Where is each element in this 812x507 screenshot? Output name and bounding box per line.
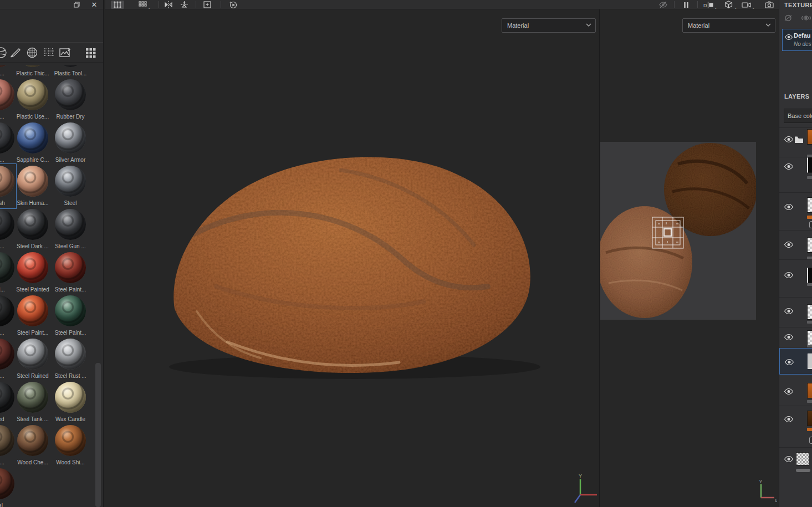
material-item[interactable]: ined: [0, 382, 14, 423]
material-item[interactable]: Steel Paint...: [55, 252, 86, 293]
layer-thumbnail[interactable]: [807, 330, 812, 346]
link-sets-icon[interactable]: [784, 14, 793, 22]
layer-visibility-eye-icon[interactable]: [784, 358, 794, 365]
symmetry-settings-icon[interactable]: [111, 1, 124, 9]
material-sphere[interactable]: [17, 122, 48, 153]
material-item[interactable]: Steel Paint...: [55, 295, 86, 336]
material-sphere[interactable]: [17, 382, 48, 413]
layer-row-folder[interactable]: [779, 127, 812, 157]
material-item[interactable]: Steel Paint...: [17, 295, 48, 336]
material-item[interactable]: Steel Dark ...: [17, 209, 48, 250]
material-sphere[interactable]: [0, 339, 14, 370]
material-sphere[interactable]: [17, 166, 48, 197]
layer-row[interactable]: [779, 447, 812, 475]
material-item[interactable]: Steel Ruined: [17, 339, 48, 380]
channel-selector-dropdown[interactable]: Base color: [784, 109, 812, 123]
layer-thumbnail[interactable]: [807, 268, 812, 283]
material-sphere[interactable]: [55, 79, 86, 110]
close-icon[interactable]: ✕: [90, 1, 99, 9]
material-item[interactable]: Tir...: [0, 122, 14, 163]
layer-row[interactable]: [779, 375, 812, 406]
material-item[interactable]: Wood Che...: [17, 425, 48, 466]
tiling-icon[interactable]: ⌄: [136, 1, 149, 9]
material-sphere[interactable]: [0, 295, 14, 326]
material-item[interactable]: int...: [0, 339, 14, 380]
material-sphere[interactable]: [55, 166, 86, 197]
material-sphere[interactable]: [17, 209, 48, 240]
material-item[interactable]: Steel Rust ...: [55, 339, 86, 380]
material-sphere[interactable]: [55, 122, 86, 153]
brush-filter-icon[interactable]: [10, 47, 22, 59]
material-item[interactable]: Silver Armor: [55, 122, 86, 163]
layer-row[interactable]: [779, 297, 812, 327]
layer-thumbnail[interactable]: [807, 383, 812, 398]
material-sphere[interactable]: [55, 425, 86, 456]
material-item[interactable]: Plastic Tool...: [55, 65, 86, 77]
material-sphere[interactable]: [0, 382, 14, 413]
layer-visibility-eye-icon[interactable]: [784, 333, 794, 340]
material-item[interactable]: Sapphire C...: [17, 122, 48, 163]
visibility-options-icon[interactable]: [801, 14, 811, 22]
layer-row[interactable]: [779, 192, 812, 230]
material-sphere[interactable]: [55, 339, 86, 370]
layer-visibility-eye-icon[interactable]: [784, 271, 794, 278]
material-sphere[interactable]: [0, 468, 14, 499]
mirror-vertical-icon[interactable]: [177, 1, 191, 9]
material-item[interactable]: Rubber Dry: [55, 79, 86, 120]
grid-view-icon[interactable]: [85, 47, 97, 59]
layer-visibility-eye-icon[interactable]: [784, 203, 794, 210]
material-sphere[interactable]: [55, 252, 86, 283]
material-sphere[interactable]: [0, 425, 14, 456]
material-item[interactable]: Wax Candle: [55, 382, 86, 423]
material-sphere[interactable]: [55, 295, 86, 326]
texture-set-item[interactable]: Defau No des: [782, 29, 812, 51]
material-mode-dropdown-2d[interactable]: Material: [682, 18, 775, 33]
layer-row[interactable]: [779, 327, 812, 348]
materials-filter-icon[interactable]: [0, 47, 7, 59]
layer-visibility-eye-icon[interactable]: [784, 415, 794, 422]
add-frame-icon[interactable]: [201, 1, 214, 9]
material-item[interactable]: rk ...: [0, 209, 14, 250]
camera-settings-icon[interactable]: ⌄: [739, 1, 753, 9]
layer-thumbnail[interactable]: [807, 411, 812, 426]
layer-visibility-eye-icon[interactable]: [784, 387, 794, 395]
material-item[interactable]: he...: [0, 65, 14, 77]
layer-row[interactable]: [779, 230, 812, 259]
material-sphere[interactable]: [0, 252, 14, 283]
layer-row[interactable]: [779, 348, 812, 375]
layer-thumbnail[interactable]: [807, 197, 812, 213]
layer-thumbnail[interactable]: [807, 129, 812, 145]
layer-thumbnail[interactable]: [807, 237, 812, 253]
eye-slash-icon[interactable]: [656, 1, 670, 9]
material-item[interactable]: erish: [0, 166, 14, 207]
layer-visibility-eye-icon[interactable]: [784, 162, 794, 170]
material-sphere[interactable]: [55, 65, 86, 67]
layer-mask-icon[interactable]: [809, 221, 812, 228]
layer-visibility-eye-icon[interactable]: [784, 240, 794, 248]
split-display-icon[interactable]: D ⌄: [702, 1, 715, 9]
pause-engine-icon[interactable]: [680, 1, 693, 9]
material-item[interactable]: Wood Shi...: [55, 425, 86, 466]
bread-model[interactable]: [164, 145, 540, 383]
material-sphere[interactable]: [17, 65, 48, 67]
mirror-horizontal-icon[interactable]: [162, 1, 175, 9]
material-item[interactable]: Steel Gun ...: [55, 209, 86, 250]
material-item[interactable]: edi...: [0, 252, 14, 293]
viewport-3d[interactable]: Material Y X: [105, 9, 599, 507]
layer-visibility-eye-icon[interactable]: [784, 455, 794, 462]
viewport-2d[interactable]: Material v u: [599, 9, 779, 507]
axis-gizmo-3d[interactable]: Y X: [571, 474, 599, 504]
material-sphere[interactable]: [17, 425, 48, 456]
axis-gizmo-2d[interactable]: v u: [752, 478, 777, 505]
uv-canvas[interactable]: [600, 142, 756, 320]
material-sphere[interactable]: [0, 79, 14, 110]
material-sphere[interactable]: [0, 122, 14, 153]
material-sphere[interactable]: [17, 252, 48, 283]
layer-visibility-eye-icon[interactable]: [784, 135, 794, 142]
material-item[interactable]: Plastic Thic...: [17, 65, 48, 77]
shelf-scrollbar[interactable]: [95, 363, 101, 507]
restore-window-icon[interactable]: [72, 1, 81, 9]
layer-row[interactable]: [779, 157, 812, 192]
material-item[interactable]: Skin Huma...: [17, 166, 48, 207]
view-mode-icon[interactable]: ⌄: [722, 1, 735, 9]
